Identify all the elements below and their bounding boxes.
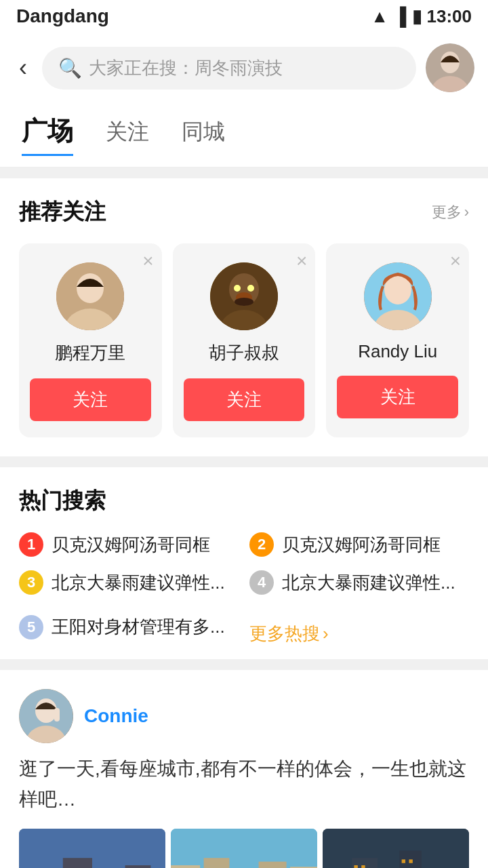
hot-list: 1 贝克汉姆阿汤哥同框 2 贝克汉姆阿汤哥同框 3 北京大暴雨建议弹性... 4… (19, 532, 469, 646)
svg-rect-19 (54, 708, 60, 722)
hot-item-4[interactable]: 4 北京大暴雨建议弹性... (249, 570, 469, 595)
card-name-3: Randy Liu (337, 341, 458, 362)
recommend-card-3: × Randy Liu 关注 (326, 243, 469, 437)
back-button[interactable]: ‹ (14, 51, 33, 85)
feed-section: Connie 逛了一天,看每座城市,都有不一样的体会，一生也就这样吧… (0, 670, 488, 868)
card-close-2[interactable]: × (296, 250, 307, 272)
follow-button-1[interactable]: 关注 (30, 378, 151, 421)
svg-point-4 (77, 273, 104, 303)
svg-point-10 (247, 285, 254, 292)
feed-images (19, 829, 469, 868)
recommend-title: 推荐关注 (19, 197, 106, 227)
top-bar: ‹ 🔍 大家正在搜：周冬雨演技 (0, 33, 488, 103)
card-name-2: 胡子叔叔 (184, 341, 305, 365)
app-name: Dangdang (16, 5, 109, 27)
svg-rect-35 (259, 861, 287, 868)
svg-rect-39 (323, 829, 469, 868)
card-close-3[interactable]: × (450, 250, 461, 272)
feed-content: 逛了一天,看每座城市,都有不一样的体会，一生也就这样吧… (19, 754, 469, 815)
hot-text-5: 王阳对身材管理有多... (52, 615, 225, 639)
tab-tongcheng[interactable]: 同城 (182, 117, 225, 153)
hot-search-header: 热门搜索 (19, 486, 469, 516)
hot-text-1: 贝克汉姆阿汤哥同框 (52, 533, 210, 557)
follow-button-2[interactable]: 关注 (184, 378, 305, 421)
search-box[interactable]: 🔍 大家正在搜：周冬雨演技 (42, 47, 416, 90)
card-avatar-3 (364, 262, 432, 330)
hot-text-3: 北京大暴雨建议弹性... (52, 571, 225, 595)
hot-rank-2: 2 (249, 532, 274, 557)
status-icons: ▲ ▐ ▮ 13:00 (371, 6, 472, 27)
svg-point-9 (234, 285, 241, 292)
recommend-card-2: × 胡子叔叔 关注 (173, 243, 316, 437)
wifi-icon: ▲ (371, 6, 388, 27)
svg-rect-50 (402, 859, 405, 863)
svg-point-17 (35, 698, 57, 723)
tab-guangchang[interactable]: 广场 (22, 114, 73, 156)
status-bar: Dangdang ▲ ▐ ▮ 13:00 (0, 0, 488, 33)
feed-username[interactable]: Connie (84, 705, 148, 727)
hot-search-title: 热门搜索 (19, 486, 106, 516)
recommend-more-label: 更多 (432, 202, 462, 222)
hot-text-2: 贝克汉姆阿汤哥同框 (282, 533, 441, 557)
feed-item-header: Connie (19, 689, 469, 743)
svg-rect-48 (354, 865, 357, 868)
card-name-1: 鹏程万里 (30, 341, 151, 365)
recommend-section: 推荐关注 更多 › × 鹏程万里 关注 × (0, 178, 488, 456)
more-hot-label: 更多热搜 (249, 622, 320, 646)
hot-rank-5: 5 (19, 615, 43, 639)
hot-rank-1: 1 (19, 532, 43, 557)
search-icon: 🔍 (58, 57, 82, 79)
svg-point-12 (235, 298, 253, 306)
hot-item-5[interactable]: 5 王阳对身材管理有多... (19, 608, 239, 646)
svg-rect-25 (125, 865, 151, 868)
hot-rank-4: 4 (249, 570, 274, 595)
battery-icon: ▮ (412, 6, 422, 27)
feed-item-1: Connie 逛了一天,看每座城市,都有不一样的体会，一生也就这样吧… (19, 689, 469, 868)
hot-rank-3: 3 (19, 570, 43, 595)
svg-rect-33 (204, 858, 230, 868)
hot-item-2[interactable]: 2 贝克汉姆阿汤哥同框 (249, 532, 469, 557)
tab-guanzhu[interactable]: 关注 (106, 117, 149, 153)
feed-image-2 (171, 829, 317, 868)
hot-item-3[interactable]: 3 北京大暴雨建议弹性... (19, 570, 239, 595)
card-avatar-2 (210, 262, 278, 330)
svg-rect-23 (63, 858, 92, 868)
svg-rect-49 (361, 865, 365, 868)
recommend-cards: × 鹏程万里 关注 × (19, 243, 469, 437)
card-close-1[interactable]: × (142, 250, 153, 272)
recommend-header: 推荐关注 更多 › (19, 197, 469, 227)
follow-button-3[interactable]: 关注 (337, 376, 458, 418)
user-avatar[interactable] (426, 43, 474, 92)
status-time: 13:00 (427, 6, 472, 27)
feed-image-1 (19, 829, 165, 868)
search-placeholder: 大家正在搜：周冬雨演技 (89, 56, 283, 80)
card-avatar-1 (56, 262, 124, 330)
recommend-card-1: × 鹏程万里 关注 (19, 243, 162, 437)
tab-bar: 广场 关注 同城 (0, 103, 488, 167)
chevron-right-icon: › (464, 203, 469, 221)
signal-icon: ▐ (394, 6, 406, 27)
hot-text-4: 北京大暴雨建议弹性... (282, 571, 455, 595)
svg-rect-32 (171, 865, 200, 868)
more-hot-link[interactable]: 更多热搜 › (249, 622, 469, 646)
feed-image-3 (323, 829, 469, 868)
svg-rect-51 (409, 859, 412, 863)
feed-avatar[interactable] (19, 689, 73, 743)
chevron-right-more-icon: › (323, 623, 329, 644)
hot-item-1[interactable]: 1 贝克汉姆阿汤哥同框 (19, 532, 239, 557)
svg-rect-30 (171, 829, 317, 868)
recommend-more-link[interactable]: 更多 › (432, 202, 469, 222)
hot-search-section: 热门搜索 1 贝克汉姆阿汤哥同框 2 贝克汉姆阿汤哥同框 3 北京大暴雨建议弹性… (0, 467, 488, 659)
